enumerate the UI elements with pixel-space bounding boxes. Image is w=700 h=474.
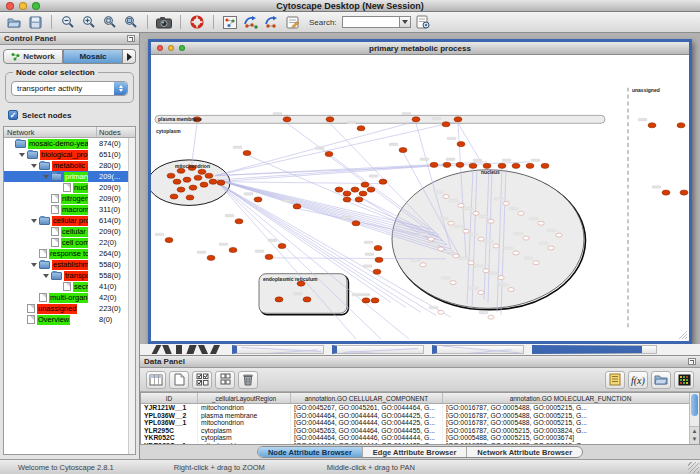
unselect-all-attributes-icon[interactable]	[215, 371, 235, 389]
search-dropdown-arrow[interactable]	[400, 16, 411, 28]
more-tabs-button[interactable]	[123, 49, 136, 64]
network-node[interactable]	[478, 291, 484, 295]
network-node[interactable]	[450, 281, 456, 285]
minimize-window-button[interactable]	[19, 2, 27, 10]
network-node[interactable]	[513, 251, 519, 255]
network-node[interactable]	[361, 182, 369, 187]
network-node[interactable]	[205, 173, 213, 178]
table-scrollbar-arrows[interactable]: ▲▼	[690, 426, 699, 444]
tree-expand-arrow-icon[interactable]	[43, 175, 49, 182]
network-node[interactable]	[468, 261, 474, 265]
network-node[interactable]	[648, 123, 656, 128]
tab-edge-attribute-browser[interactable]: Edge Attribute Browser	[363, 447, 467, 457]
network-node[interactable]	[469, 163, 477, 168]
network-node[interactable]	[454, 117, 462, 122]
network-node[interactable]	[478, 237, 484, 241]
zoom-selected-icon[interactable]	[122, 14, 140, 31]
network-node[interactable]	[503, 201, 509, 205]
network-node[interactable]	[275, 297, 283, 302]
network-node[interactable]	[463, 229, 469, 233]
select-attributes-icon[interactable]	[146, 371, 166, 389]
tree-expand-arrow-icon[interactable]	[31, 164, 37, 171]
tree-expand-arrow-icon[interactable]	[31, 219, 37, 226]
network-node[interactable]	[177, 187, 185, 192]
network-node[interactable]	[235, 219, 243, 224]
tree-row[interactable]: metabolic process280(0)	[4, 160, 128, 171]
tree-expand-arrow-icon[interactable]	[19, 153, 25, 160]
network-node[interactable]	[498, 276, 504, 280]
window-resize-grip[interactable]	[688, 462, 699, 473]
network-node[interactable]	[359, 191, 367, 196]
network-node[interactable]	[488, 219, 494, 223]
network-node[interactable]	[442, 122, 450, 127]
network-node[interactable]	[438, 310, 444, 314]
tree-row[interactable]: biological_process651(0)	[4, 149, 128, 160]
close-view-button[interactable]	[157, 45, 163, 51]
network-node[interactable]	[533, 261, 539, 265]
network-node[interactable]	[173, 179, 181, 184]
network-window-titlebar[interactable]: primary metabolic process	[151, 42, 689, 55]
tree-row[interactable]: mosaic-demo-yeast874(0)	[4, 138, 128, 149]
tree-row[interactable]: macromolecule311(0)	[4, 204, 128, 215]
network-node[interactable]	[538, 221, 544, 225]
tree-row[interactable]: nitrogen compo209(0)	[4, 193, 128, 204]
network-node[interactable]	[518, 211, 524, 215]
tab-network-attribute-browser[interactable]: Network Attribute Browser	[467, 447, 582, 457]
network-node[interactable]	[512, 163, 520, 168]
network-node[interactable]	[229, 247, 237, 252]
network-node[interactable]	[498, 163, 506, 168]
open-session-icon[interactable]	[5, 14, 23, 31]
network-node[interactable]	[541, 163, 549, 168]
network-node[interactable]	[357, 126, 365, 131]
background-window[interactable]	[432, 345, 524, 354]
tree-row[interactable]: transport558(0)	[4, 270, 128, 281]
network-node[interactable]	[283, 117, 291, 122]
tree-row[interactable]: cellular process614(0)	[4, 215, 128, 226]
table-column-header[interactable]: _cellularLayoutRegion	[198, 393, 291, 403]
network-node[interactable]	[207, 255, 215, 260]
view-resize-grip[interactable]	[685, 337, 687, 339]
network-node[interactable]	[217, 180, 225, 185]
network-node[interactable]	[680, 190, 688, 195]
attribute-legend-icon[interactable]	[605, 371, 625, 389]
create-attribute-icon[interactable]	[169, 371, 189, 389]
network-node[interactable]	[209, 179, 217, 184]
annotation-icon[interactable]	[284, 14, 302, 31]
network-canvas[interactable]: plasma membranecytoplasmmitochondrionnuc…	[151, 55, 689, 341]
float-data-panel-icon[interactable]	[688, 358, 696, 365]
network-node[interactable]	[493, 244, 499, 248]
tree-row[interactable]: primary metabo209(...	[4, 171, 128, 182]
zoom-out-icon[interactable]	[59, 14, 77, 31]
tab-network[interactable]: Network	[3, 49, 63, 64]
network-node[interactable]	[373, 269, 381, 274]
network-node[interactable]	[456, 162, 464, 167]
network-node[interactable]	[198, 169, 206, 174]
network-node[interactable]	[374, 245, 382, 250]
search-input[interactable]	[342, 16, 400, 28]
tab-mosaic[interactable]: Mosaic	[63, 49, 123, 64]
tree-row[interactable]: establishment of lo558(0)	[4, 259, 128, 270]
network-node[interactable]	[375, 257, 383, 262]
network-node[interactable]	[420, 263, 426, 267]
network-node[interactable]	[303, 297, 311, 302]
network-node[interactable]	[458, 203, 464, 207]
network-node[interactable]	[412, 117, 420, 122]
table-row[interactable]: YPL036W__2plasma membrane[GO:0044464, GO…	[141, 412, 699, 420]
background-window[interactable]	[232, 345, 324, 354]
network-node[interactable]	[448, 221, 454, 225]
network-node[interactable]	[343, 191, 351, 196]
network-node[interactable]	[351, 187, 359, 192]
network-node[interactable]	[189, 185, 197, 190]
background-window[interactable]	[532, 345, 657, 354]
zoom-view-button[interactable]	[179, 45, 185, 51]
network-node[interactable]	[677, 123, 685, 128]
tab-node-attribute-browser[interactable]: Node Attribute Browser	[258, 447, 363, 457]
network-node[interactable]	[194, 175, 202, 180]
network-node[interactable]	[526, 163, 534, 168]
select-all-attributes-icon[interactable]	[192, 371, 212, 389]
table-row[interactable]: YLR295Ccytoplasm[GO:0045263, GO:0044464,…	[141, 427, 699, 435]
table-column-header[interactable]: annotation.GO MOLECULAR_FUNCTION	[443, 393, 699, 403]
zoom-window-button[interactable]	[32, 2, 40, 10]
network-node[interactable]	[453, 254, 459, 258]
network-node[interactable]	[183, 177, 191, 182]
